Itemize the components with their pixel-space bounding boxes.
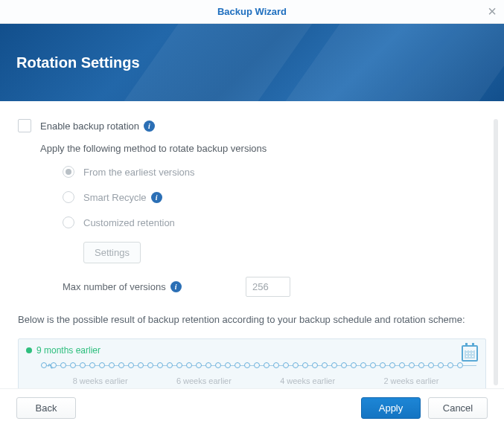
wizard-header: Rotation Settings <box>0 24 504 101</box>
method-custom-row: Customized retention <box>63 216 486 228</box>
timeline-dot <box>254 362 260 368</box>
timeline-dot <box>438 362 444 368</box>
timeline-dot <box>409 362 415 368</box>
enable-rotation-row: Enable backup rotation i <box>18 119 486 132</box>
apply-button[interactable]: Apply <box>361 397 421 419</box>
info-icon[interactable]: i <box>170 281 182 292</box>
timeline-dot <box>457 362 463 368</box>
preview-description: Below is the possible result of backup r… <box>18 312 486 328</box>
timeline-dot <box>370 362 376 368</box>
timeline-axis-labels: 8 weeks earlier 6 weeks earlier 4 weeks … <box>48 376 463 385</box>
timeline-dot <box>157 362 163 368</box>
enable-rotation-label: Enable backup rotation <box>40 121 139 132</box>
method-smart-label: Smart Recycle <box>83 192 147 203</box>
wizard-body: Enable backup rotation i Apply the follo… <box>0 101 504 388</box>
timeline-dot <box>447 362 453 368</box>
timeline-dot <box>341 362 347 368</box>
timeline-dot <box>293 362 299 368</box>
timeline-dot <box>118 362 124 368</box>
axis-label: 6 weeks earlier <box>176 376 232 385</box>
timeline-dot <box>60 362 66 368</box>
enable-rotation-checkbox[interactable] <box>18 119 31 132</box>
timeline-dot <box>244 362 250 368</box>
marker-label: 9 months earlier <box>36 345 101 356</box>
timeline-dot <box>147 362 153 368</box>
back-button[interactable]: Back <box>16 397 76 419</box>
timeline-dot <box>138 362 144 368</box>
timeline-dot <box>80 362 86 368</box>
timeline-track: ∿ <box>41 359 476 372</box>
timeline-dot <box>380 362 386 368</box>
timeline-dot <box>312 362 318 368</box>
max-versions-row: Max number of versions i <box>63 277 486 297</box>
timeline-dot <box>399 362 405 368</box>
wizard-footer: Back Apply Cancel <box>0 388 504 427</box>
axis-label: 4 weeks earlier <box>280 376 335 385</box>
timeline-dot <box>215 362 221 368</box>
apply-method-text: Apply the following method to rotate bac… <box>40 143 486 154</box>
timeline-dot <box>196 362 202 368</box>
timeline-dot <box>283 362 289 368</box>
method-smart-row: Smart Recycle i <box>63 191 486 203</box>
timeline-dot <box>389 362 395 368</box>
close-icon[interactable]: × <box>488 4 497 19</box>
timeline-dot <box>89 362 95 368</box>
timeline-dot <box>167 362 173 368</box>
timeline-marker: 9 months earlier <box>26 345 478 356</box>
timeline-dot <box>225 362 231 368</box>
timeline-dot <box>360 362 366 368</box>
method-custom-label: Customized retention <box>83 217 175 228</box>
timeline-dot <box>176 362 182 368</box>
timeline-dot <box>322 362 328 368</box>
timeline-dot <box>70 362 76 368</box>
retention-timeline: 9 months earlier ∿ 8 weeks earlier 6 wee… <box>18 338 486 388</box>
axis-label: 8 weeks earlier <box>73 376 128 385</box>
window-title: Backup Wizard <box>217 6 287 17</box>
page-title: Rotation Settings <box>16 54 140 71</box>
info-icon[interactable]: i <box>144 121 155 132</box>
timeline-dot <box>331 362 337 368</box>
custom-settings-button[interactable]: Settings <box>83 242 141 263</box>
timeline-dot <box>302 362 308 368</box>
title-bar: Backup Wizard × <box>0 0 504 24</box>
rotation-method-group: From the earliest versions Smart Recycle… <box>63 166 486 228</box>
timeline-dot <box>273 362 279 368</box>
timeline-dot <box>205 362 211 368</box>
method-earliest-row: From the earliest versions <box>63 166 486 178</box>
axis-label: 2 weeks earlier <box>383 376 438 385</box>
timeline-dot <box>418 362 424 368</box>
method-custom-radio[interactable] <box>63 216 74 228</box>
info-icon[interactable]: i <box>151 192 162 203</box>
timeline-dot <box>428 362 434 368</box>
timeline-dot <box>41 362 47 368</box>
timeline-dot <box>186 362 192 368</box>
timeline-dot <box>351 362 357 368</box>
method-earliest-radio[interactable] <box>63 166 74 178</box>
scrollbar[interactable] <box>494 119 498 385</box>
timeline-dot <box>264 362 269 368</box>
method-smart-radio[interactable] <box>63 191 74 203</box>
timeline-dot <box>128 362 134 368</box>
timeline-dot <box>99 362 105 368</box>
max-versions-label: Max number of versions i <box>63 281 234 292</box>
method-earliest-label: From the earliest versions <box>83 167 195 178</box>
max-versions-input[interactable] <box>246 277 290 297</box>
marker-dot-icon <box>26 347 32 353</box>
cancel-button[interactable]: Cancel <box>428 397 488 419</box>
timeline-dot <box>235 362 240 368</box>
timeline-dot <box>109 362 115 368</box>
